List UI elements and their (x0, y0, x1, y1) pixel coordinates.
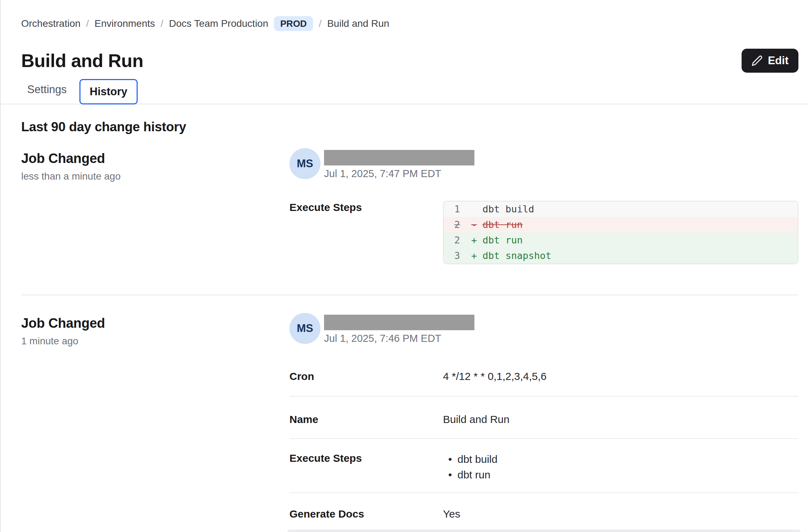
avatar: MS (289, 313, 320, 344)
diff-line-context: 1 dbt build (444, 201, 798, 217)
avatar: MS (289, 148, 320, 179)
diff-prefix: + (471, 234, 483, 247)
author-block: MS Jul 1, 2025, 7:46 PM EDT (289, 313, 798, 344)
field-value: 4 */12 * * 0,1,2,3,4,5,6 (443, 370, 798, 383)
entry-details: MS Jul 1, 2025, 7:47 PM EDT Execute Step… (289, 148, 798, 264)
field-row-generate-docs: Generate Docs Yes (289, 493, 798, 531)
edit-button-label: Edit (768, 54, 789, 67)
field-value: Yes (443, 507, 798, 521)
diff-line-number: 2 (454, 234, 471, 247)
entry-details: MS Jul 1, 2025, 7:46 PM EDT Cron 4 */12 … (289, 313, 798, 531)
next-entry-cutoff (287, 530, 801, 532)
redacted-user-name (324, 315, 474, 330)
diff-text: dbt run (483, 234, 523, 247)
author-meta: Jul 1, 2025, 7:46 PM EDT (324, 315, 474, 344)
redacted-user-name (324, 150, 474, 165)
diff-line-removed: 2 - dbt run (444, 217, 798, 232)
breadcrumb-separator: / (86, 18, 89, 29)
history-heading: Last 90 day change history (21, 119, 798, 135)
breadcrumb-environment-name[interactable]: Docs Team Production (169, 18, 268, 29)
author-meta: Jul 1, 2025, 7:47 PM EDT (324, 150, 474, 180)
author-block: MS Jul 1, 2025, 7:47 PM EDT (289, 148, 798, 180)
diff-line-added: 3 + dbt snapshot (444, 248, 798, 264)
entry-time-ago: less than a minute ago (21, 171, 289, 182)
prod-environment-badge: PROD (274, 16, 313, 31)
page-title: Build and Run (21, 50, 143, 72)
tab-bar: Settings History (1, 77, 809, 104)
diff-line-number: 3 (454, 249, 471, 262)
field-label: Cron (289, 370, 443, 383)
diff-text: dbt build (483, 202, 534, 216)
breadcrumb: Orchestration / Environments / Docs Team… (21, 0, 798, 31)
diff-prefix: - (471, 218, 483, 231)
field-row-name: Name Build and Run (289, 397, 798, 439)
job-history-page: Orchestration / Environments / Docs Team… (1, 0, 809, 531)
breadcrumb-separator: / (319, 18, 322, 29)
entry-timestamp: Jul 1, 2025, 7:47 PM EDT (324, 168, 474, 180)
step-item: dbt build (443, 452, 798, 467)
field-label: Generate Docs (289, 507, 443, 521)
entry-timestamp: Jul 1, 2025, 7:46 PM EDT (324, 333, 474, 344)
history-entry: Job Changed 1 minute ago MS Jul 1, 2025,… (21, 313, 798, 531)
entry-divider (21, 295, 798, 295)
page-header: Build and Run Edit (21, 49, 798, 73)
entry-time-ago: 1 minute ago (21, 335, 289, 347)
entry-title: Job Changed (21, 150, 289, 167)
entry-summary: Job Changed less than a minute ago (21, 148, 289, 264)
entry-title: Job Changed (21, 315, 289, 331)
diff-line-number: 2 (454, 218, 471, 231)
field-label: Execute Steps (289, 201, 443, 264)
field-value: dbt build dbt run (443, 452, 798, 483)
step-item: dbt run (443, 467, 798, 483)
diff-line-number: 1 (454, 202, 471, 216)
diff-text: dbt snapshot (483, 249, 551, 262)
field-label: Execute Steps (289, 452, 443, 483)
breadcrumb-environments[interactable]: Environments (95, 18, 155, 29)
field-row-cron: Cron 4 */12 * * 0,1,2,3,4,5,6 (289, 344, 798, 397)
field-value: 1 dbt build 2 - dbt run 2 + dbt run (443, 201, 798, 264)
field-value: Build and Run (443, 413, 798, 426)
breadcrumb-current-job: Build and Run (327, 18, 389, 29)
entry-summary: Job Changed 1 minute ago (21, 313, 289, 531)
diff-prefix: + (471, 249, 483, 262)
execute-steps-diff: 1 dbt build 2 - dbt run 2 + dbt run (443, 201, 798, 264)
edit-button[interactable]: Edit (742, 49, 798, 73)
breadcrumb-separator: / (161, 18, 163, 29)
field-row-execute-steps: Execute Steps dbt build dbt run (289, 439, 798, 493)
diff-line-added: 2 + dbt run (444, 232, 798, 248)
field-row-execute-steps: Execute Steps 1 dbt build 2 - dbt run (289, 201, 798, 264)
field-label: Name (289, 413, 443, 426)
tab-settings[interactable]: Settings (21, 77, 74, 104)
diff-text: dbt run (483, 218, 523, 231)
pencil-icon (751, 55, 763, 66)
history-entry: Job Changed less than a minute ago MS Ju… (21, 148, 798, 264)
tab-history[interactable]: History (79, 79, 138, 104)
breadcrumb-orchestration[interactable]: Orchestration (21, 18, 80, 29)
execute-steps-list: dbt build dbt run (443, 452, 798, 483)
